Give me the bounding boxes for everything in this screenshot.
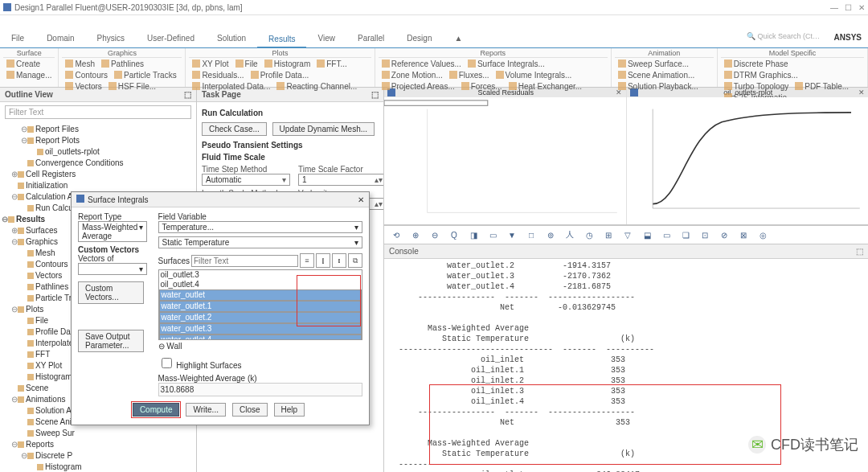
filter-icon[interactable]: ≡ — [300, 253, 314, 268]
tree-node[interactable]: Initialization — [2, 180, 194, 191]
toolbar-icon[interactable]: □ — [524, 228, 538, 242]
tab-file[interactable]: File — [0, 31, 35, 47]
surfaces-list[interactable]: oil_outlet.3oil_outlet.4water_outletwate… — [158, 269, 362, 340]
toolbar-icon[interactable]: Q — [447, 228, 461, 242]
toolbar-icon[interactable]: 人 — [563, 228, 577, 242]
ribbon-item[interactable]: HSF File... — [105, 80, 159, 92]
ribbon-item[interactable]: Surface Integrals... — [465, 58, 548, 69]
tree-node[interactable]: ⊖Reports — [2, 439, 194, 450]
ribbon-item[interactable]: Forces... — [458, 80, 506, 92]
ribbon-item[interactable]: Reference Values... — [379, 58, 465, 69]
surface-item[interactable]: water_outlet — [159, 289, 362, 301]
tab-▲[interactable]: ▲ — [443, 31, 473, 47]
tree-node[interactable]: Convergence Conditions — [2, 158, 194, 169]
tab-physics[interactable]: Physics — [86, 31, 136, 47]
ribbon-item[interactable]: Volume Integrals... — [493, 69, 575, 80]
ribbon-item[interactable]: Reacting Channel... — [273, 80, 360, 92]
tree-node[interactable]: ⊖Report Files — [2, 124, 194, 135]
save-output-button[interactable]: Save Output Parameter... — [78, 330, 144, 352]
ribbon-item[interactable]: Pathlines — [98, 58, 147, 69]
toolbar-icon[interactable]: ⊠ — [736, 228, 751, 242]
wall-group[interactable]: Wall — [166, 342, 182, 351]
tree-node[interactable]: ⊖Report Plots — [2, 135, 194, 146]
update-mesh-button[interactable]: Update Dynamic Mesh... — [272, 122, 375, 136]
tab-domain[interactable]: Domain — [35, 31, 85, 47]
vectors-of-select[interactable]: ▾ — [78, 263, 147, 275]
surface-item[interactable]: oil_outlet.3 — [159, 270, 362, 280]
ribbon-item[interactable]: Manage... — [3, 69, 55, 80]
tab-user-defined[interactable]: User-Defined — [136, 31, 206, 47]
toolbar-icon[interactable]: ⊡ — [698, 228, 712, 242]
write-button[interactable]: Write... — [186, 403, 225, 417]
field-variable-select[interactable]: Temperature...▾ — [158, 221, 362, 233]
quick-search[interactable]: 🔍 Quick Search (Ct… — [747, 32, 820, 40]
toolbar-icon[interactable]: ◷ — [582, 228, 596, 242]
time-step-select[interactable]: Automatic▾ — [202, 174, 290, 186]
field-sub-select[interactable]: Static Temperature▾ — [158, 236, 362, 248]
close-button-dialog[interactable]: Close — [232, 403, 268, 417]
toolbar-icon[interactable]: ⊞ — [601, 228, 616, 242]
tree-node[interactable]: oil_outlets-rplot — [2, 146, 194, 158]
report-type-select[interactable]: Mass-Weighted Average▾ — [78, 221, 147, 242]
ribbon-item[interactable]: Sweep Surface... — [615, 58, 692, 69]
surface-item[interactable]: water_outlet.1 — [159, 301, 362, 312]
ribbon-item[interactable]: FFT... — [313, 58, 350, 69]
outline-filter[interactable]: Filter Text — [5, 105, 191, 119]
ribbon-item[interactable]: Turbo Topology — [721, 80, 792, 92]
surface-item[interactable]: water_outlet.4 — [159, 335, 362, 340]
compute-button[interactable]: Compute — [133, 403, 180, 417]
toolbar-icon[interactable]: ❏ — [678, 228, 693, 242]
tab-results[interactable]: Results — [257, 32, 306, 48]
surface-item[interactable]: water_outlet.2 — [159, 312, 362, 323]
toolbar-icon[interactable]: ⊘ — [717, 228, 731, 242]
toolbar-icon[interactable]: ⊚ — [543, 228, 558, 242]
ribbon-item[interactable]: PDF Table... — [792, 80, 852, 92]
toolbar-icon[interactable]: ▽ — [620, 228, 635, 242]
tab-design[interactable]: Design — [395, 31, 443, 47]
minimize-button[interactable]: — — [830, 3, 838, 12]
ribbon-item[interactable]: Fluxes... — [446, 69, 493, 80]
deselect-icon[interactable]: ⫾ — [332, 253, 346, 268]
toolbar-icon[interactable]: ▭ — [659, 228, 674, 242]
highlight-checkbox[interactable] — [162, 358, 172, 368]
close-button[interactable]: ✕ — [858, 3, 865, 12]
ribbon-item[interactable]: DTRM Graphics... — [721, 69, 801, 80]
ribbon-item[interactable]: Heat Exchanger... — [506, 80, 586, 92]
ribbon-item[interactable]: Create — [3, 58, 43, 69]
custom-vectors-button[interactable]: Custom Vectors... — [78, 281, 144, 304]
toolbar-icon[interactable]: ⊖ — [428, 228, 442, 242]
toolbar-icon[interactable]: ⟲ — [389, 228, 403, 242]
select-all-icon[interactable]: ⫿ — [316, 253, 330, 268]
ribbon-item[interactable]: Mesh — [62, 58, 97, 69]
tree-node[interactable]: ⊖Discrete P — [2, 450, 194, 462]
ribbon-item[interactable]: Residuals... — [189, 69, 247, 80]
ribbon-item[interactable]: Projected Areas... — [379, 80, 458, 92]
tree-node[interactable]: ⊕Cell Registers — [2, 169, 194, 180]
ribbon-item[interactable]: Interpolated Data... — [189, 80, 273, 92]
ribbon-item[interactable]: Vectors — [62, 80, 104, 92]
ribbon-item[interactable]: Profile Data... — [248, 69, 313, 80]
toolbar-icon[interactable]: ◎ — [755, 228, 770, 242]
maximize-button[interactable]: ☐ — [845, 3, 852, 12]
surface-item[interactable]: oil_outlet.4 — [159, 280, 362, 289]
ribbon-item[interactable]: Solution Playback... — [615, 80, 702, 92]
tree-node[interactable]: Sweep Sur — [2, 428, 194, 439]
check-case-button[interactable]: Check Case... — [202, 122, 267, 136]
toolbar-icon[interactable]: ⊕ — [408, 228, 423, 242]
ribbon-item[interactable]: File — [232, 58, 261, 69]
taskpage-collapse-icon[interactable]: ⬚ — [371, 90, 379, 99]
toolbar-icon[interactable]: ▼ — [505, 228, 519, 242]
toolbar-icon[interactable]: ◨ — [466, 228, 481, 242]
dialog-close-icon[interactable]: ✕ — [358, 195, 364, 204]
ribbon-item[interactable]: Discrete Phase — [721, 58, 792, 69]
time-scale-input[interactable]: 1▴▾ — [298, 174, 383, 186]
ribbon-item[interactable]: Histogram — [261, 58, 314, 69]
ribbon-item[interactable]: Contours — [62, 69, 111, 80]
ribbon-item[interactable]: Particle Tracks — [111, 69, 180, 80]
toolbar-icon[interactable]: ▭ — [485, 228, 500, 242]
tree-node[interactable]: Histogram — [2, 462, 194, 472]
invert-icon[interactable]: ⧉ — [348, 253, 362, 268]
ribbon-item[interactable]: Zone Motion... — [379, 69, 446, 80]
tab-view[interactable]: View — [306, 31, 346, 47]
console-menu-icon[interactable]: ⬚ — [856, 247, 863, 256]
